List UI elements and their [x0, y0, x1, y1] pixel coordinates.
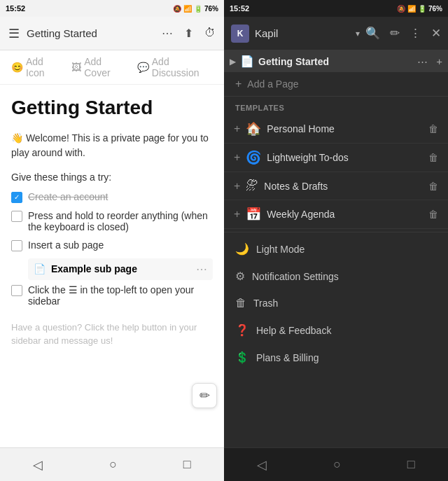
page-title-left: Getting Started: [27, 27, 155, 39]
recents-button-left[interactable]: □: [183, 457, 191, 472]
add-page-row[interactable]: + Add a Page: [224, 72, 448, 97]
edit-icon: ✏: [200, 388, 210, 403]
wave-emoji: 👋: [11, 132, 23, 144]
back-button-left[interactable]: ◁: [33, 457, 43, 473]
hamburger-icon[interactable]: ☰: [8, 26, 20, 41]
time-right: 15:52: [230, 4, 249, 13]
weekly-agenda-trash-icon[interactable]: 🗑: [428, 209, 438, 220]
notification-icon-right: 🔕: [397, 5, 405, 13]
personal-home-trash-icon[interactable]: 🗑: [428, 123, 438, 134]
add-icon-symbol: 😊: [11, 62, 23, 73]
help-text: Have a question? Click the help button i…: [11, 321, 213, 348]
try-text: Give these things a try:: [11, 172, 213, 183]
chevron-down-icon[interactable]: ▾: [356, 29, 360, 39]
discussion-icon: 💬: [137, 62, 149, 73]
home-button-left[interactable]: ○: [109, 457, 117, 472]
todo-item-create-account[interactable]: Create an account: [11, 191, 213, 203]
recents-button-right[interactable]: □: [407, 457, 415, 472]
lightweight-todos-label: Lightweight To-dos: [267, 152, 423, 163]
left-content-wrap: Getting Started 👋 Welcome! This is a pri…: [0, 85, 224, 447]
template-weekly-agenda[interactable]: + 📅 Weekly Agenda 🗑: [224, 200, 448, 229]
todo-label-subpage: Insert a sub page: [28, 239, 104, 251]
new-page-icon[interactable]: ✏: [390, 26, 400, 41]
back-button-right[interactable]: ◁: [257, 457, 267, 473]
divider: [224, 232, 448, 232]
top-bar-right: K Kapil ▾ 🔍 ✏ ⋮ ✕: [224, 17, 448, 50]
doc-icon: 📄: [34, 263, 46, 274]
light-mode-label: Light Mode: [256, 244, 437, 255]
add-discussion-label: Add Discussion: [152, 56, 213, 78]
status-icons-right: 🔕 📶 🔋 76%: [397, 5, 442, 13]
add-icon-label: Add Icon: [26, 56, 60, 78]
menu-help-feedback[interactable]: ❓ Help & Feedback: [224, 316, 448, 344]
todo-label-reorder: Press and hold to reorder anything (when…: [28, 210, 213, 232]
checkbox-reorder[interactable]: [11, 211, 22, 222]
menu-light-mode[interactable]: 🌙 Light Mode: [224, 235, 448, 263]
lightweight-todos-icon: 🌀: [246, 150, 261, 165]
todo-item-reorder[interactable]: Press and hold to reorder anything (when…: [11, 210, 213, 232]
battery-icon-right: 🔋 76%: [418, 5, 442, 13]
menu-trash[interactable]: 🗑 Trash: [224, 290, 448, 316]
notification-settings-label: Notification Settings: [252, 271, 437, 282]
checkbox-sidebar[interactable]: [11, 285, 22, 296]
gs-dots-icon[interactable]: ⋯: [417, 55, 428, 68]
menu-notification-settings[interactable]: ⚙ Notification Settings: [224, 263, 448, 290]
share-icon[interactable]: ⬆: [184, 27, 193, 40]
gs-arrow-icon[interactable]: ▶: [230, 57, 236, 67]
template-plus-icon-3: +: [234, 208, 240, 221]
personal-home-icon: 🏠: [246, 121, 261, 137]
todo-label-sidebar: Click the ☰ in the top-left to open your…: [28, 284, 213, 307]
gs-actions: ⋯ +: [417, 55, 442, 68]
top-right-icons: 🔍 ✏ ⋮ ✕: [365, 26, 441, 41]
edit-button[interactable]: ✏: [192, 383, 217, 408]
todo-item-subpage[interactable]: Insert a sub page: [11, 239, 213, 251]
more-icon[interactable]: ⋮: [410, 26, 421, 41]
plans-billing-label: Plans & Billing: [256, 352, 437, 363]
help-icon: ❓: [235, 323, 249, 337]
clock-icon[interactable]: ⏱: [204, 27, 216, 40]
template-plus-icon-0: +: [234, 123, 240, 135]
image-icon: 🖼: [71, 62, 81, 73]
sub-page-dots[interactable]: ⋯: [196, 263, 207, 276]
checkbox-create-account[interactable]: [11, 192, 22, 203]
add-cover-btn[interactable]: 🖼 Add Cover: [71, 56, 126, 78]
nav-bar-right: ◁ ○ □: [224, 447, 448, 481]
add-discussion-btn[interactable]: 💬 Add Discussion: [137, 56, 213, 78]
sub-page-item[interactable]: 📄 Example sub page ⋯: [28, 258, 213, 280]
action-bar: 😊 Add Icon 🖼 Add Cover 💬 Add Discussion: [0, 50, 224, 85]
weekly-agenda-label: Weekly Agenda: [267, 209, 423, 220]
close-icon[interactable]: ✕: [431, 26, 441, 41]
status-bar-left: 15:52 🔕 📶 🔋 76%: [0, 0, 224, 17]
add-icon-btn[interactable]: 😊 Add Icon: [11, 56, 60, 78]
page-main-title: Getting Started: [11, 96, 213, 120]
billing-icon: 💲: [235, 351, 249, 364]
top-bar-left: ☰ Getting Started ⋯ ⬆ ⏱: [0, 17, 224, 50]
home-button-right[interactable]: ○: [333, 457, 341, 472]
right-panel: 15:52 🔕 📶 🔋 76% K Kapil ▾ 🔍 ✏ ⋮ ✕ ▶ 📄 Ge…: [224, 0, 448, 481]
add-page-label: Add a Page: [247, 78, 298, 90]
lightweight-todos-trash-icon[interactable]: 🗑: [428, 152, 438, 163]
status-icons-left: 🔕 📶 🔋 76%: [173, 5, 218, 13]
status-bar-right: 15:52 🔕 📶 🔋 76%: [224, 0, 448, 17]
search-icon[interactable]: 🔍: [365, 26, 380, 41]
template-lightweight-todos[interactable]: + 🌀 Lightweight To-dos 🗑: [224, 144, 448, 172]
left-panel: 15:52 🔕 📶 🔋 76% ☰ Getting Started ⋯ ⬆ ⏱ …: [0, 0, 224, 481]
notes-drafts-trash-icon[interactable]: 🗑: [428, 181, 438, 192]
more-options-icon[interactable]: ⋯: [162, 27, 173, 40]
checkbox-subpage[interactable]: [11, 240, 22, 251]
gs-plus-icon[interactable]: +: [436, 55, 442, 68]
signal-icon: 📶: [183, 5, 192, 13]
menu-plans-billing[interactable]: 💲 Plans & Billing: [224, 344, 448, 371]
trash-icon: 🗑: [235, 297, 246, 309]
battery-icon: 🔋 76%: [194, 5, 218, 13]
user-avatar[interactable]: K: [231, 25, 249, 43]
templates-section-label: TEMPLATES: [224, 97, 448, 115]
right-content: ▶ 📄 Getting Started ⋯ + + Add a Page TEM…: [224, 50, 448, 447]
template-notes-drafts[interactable]: + ⛈ Notes & Drafts 🗑: [224, 172, 448, 200]
getting-started-row[interactable]: ▶ 📄 Getting Started ⋯ +: [224, 50, 448, 72]
todo-item-sidebar[interactable]: Click the ☰ in the top-left to open your…: [11, 284, 213, 307]
add-cover-label: Add Cover: [84, 56, 126, 78]
help-feedback-label: Help & Feedback: [256, 325, 437, 336]
template-personal-home[interactable]: + 🏠 Personal Home 🗑: [224, 115, 448, 144]
top-bar-left-icons: ⋯ ⬆ ⏱: [162, 27, 216, 40]
